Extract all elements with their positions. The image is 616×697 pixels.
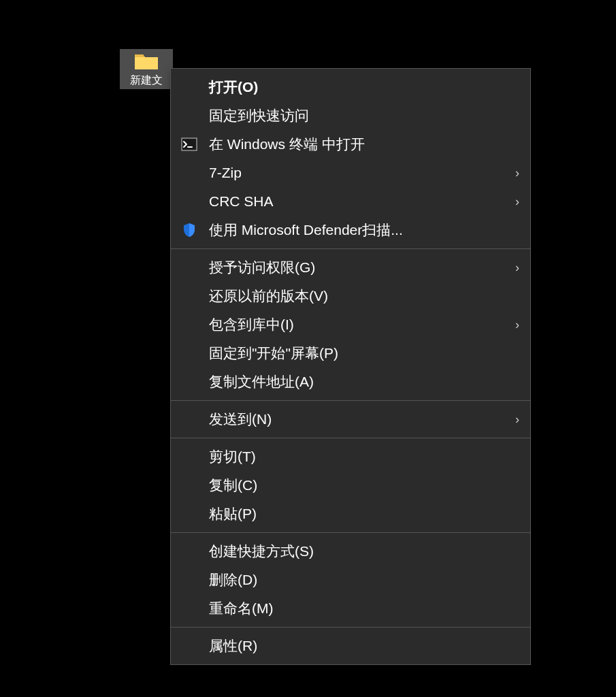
menu-item-label: 发送到(N) [209,410,510,429]
chevron-right-icon: › [515,412,519,427]
menu-item[interactable]: 在 Windows 终端 中打开 [171,130,530,159]
menu-item-label: 授予访问权限(G) [209,258,510,277]
menu-item[interactable]: 复制文件地址(A) [171,368,530,396]
chevron-right-icon: › [515,261,519,275]
menu-item-label: 打开(O) [209,78,519,97]
menu-item-label: CRC SHA [209,193,510,210]
menu-item[interactable]: 打开(O) [171,73,530,101]
menu-item-label: 包含到库中(I) [209,315,510,334]
menu-item[interactable]: 发送到(N)› [171,405,530,434]
menu-item[interactable]: 剪切(T) [171,442,530,471]
menu-item[interactable]: 复制(C) [171,471,530,500]
menu-item-label: 使用 Microsoft Defender扫描... [209,221,519,240]
desktop-folder-label: 新建文 [121,74,172,88]
menu-item[interactable]: 属性(R) [171,632,530,660]
menu-item-label: 粘贴(P) [209,504,519,523]
menu-separator [171,400,530,401]
menu-item[interactable]: 固定到"开始"屏幕(P) [171,339,530,368]
chevron-right-icon: › [515,166,519,180]
menu-item[interactable]: 删除(D) [171,566,530,594]
menu-item[interactable]: 包含到库中(I)› [171,310,530,339]
menu-separator [171,438,530,438]
folder-icon [134,52,159,71]
menu-item-label: 剪切(T) [209,447,519,466]
menu-item-label: 复制文件地址(A) [209,372,519,391]
menu-item[interactable]: 固定到快速访问 [171,101,530,130]
menu-item[interactable]: 粘贴(P) [171,500,530,528]
menu-item-label: 删除(D) [209,570,519,589]
svg-rect-0 [182,138,197,150]
menu-item[interactable]: 重命名(M) [171,594,530,623]
chevron-right-icon: › [515,195,519,209]
desktop-folder-icon[interactable]: 新建文 [120,49,173,89]
menu-separator [171,627,530,628]
menu-item-label: 还原以前的版本(V) [209,287,519,306]
menu-item-label: 7-Zip [209,165,510,181]
terminal-icon [180,135,198,153]
menu-item[interactable]: 7-Zip› [171,159,530,187]
context-menu: 打开(O)固定到快速访问在 Windows 终端 中打开7-Zip›CRC SH… [170,68,531,665]
menu-item-label: 属性(R) [209,636,519,655]
menu-item[interactable]: 还原以前的版本(V) [171,282,530,310]
chevron-right-icon: › [515,318,519,332]
menu-item-label: 在 Windows 终端 中打开 [209,135,519,154]
menu-item-label: 重命名(M) [209,599,519,618]
menu-item[interactable]: 授予访问权限(G)› [171,253,530,282]
menu-item-label: 固定到快速访问 [209,106,519,125]
menu-item-label: 创建快捷方式(S) [209,542,519,561]
menu-separator [171,248,530,249]
menu-item-label: 复制(C) [209,476,519,495]
shield-icon [180,221,198,239]
menu-item[interactable]: CRC SHA› [171,187,530,216]
menu-separator [171,532,530,533]
menu-item[interactable]: 使用 Microsoft Defender扫描... [171,216,530,244]
menu-item[interactable]: 创建快捷方式(S) [171,537,530,566]
menu-item-label: 固定到"开始"屏幕(P) [209,344,519,363]
